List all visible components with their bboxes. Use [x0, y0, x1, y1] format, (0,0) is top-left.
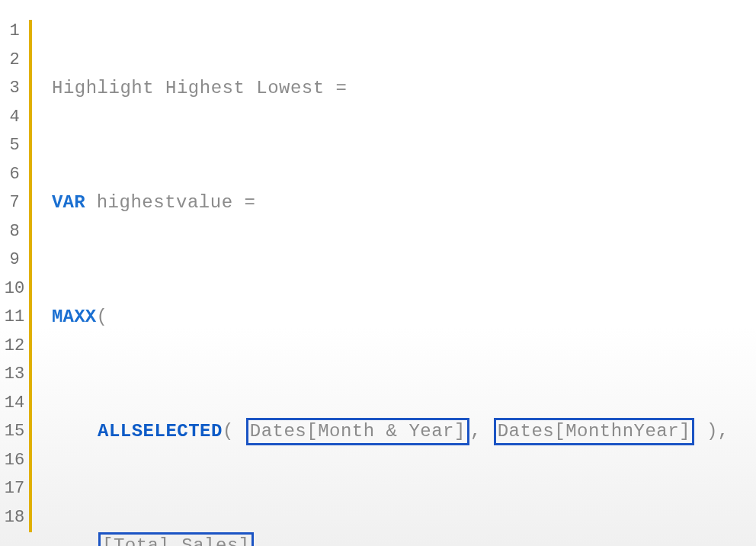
line-number: 1: [0, 17, 29, 46]
comma: ,: [470, 421, 493, 442]
code-line[interactable]: Highlight Highest Lowest =: [52, 74, 756, 103]
paren: (: [223, 421, 245, 442]
keyword-var: VAR: [52, 192, 85, 213]
line-number: 7: [0, 188, 29, 217]
function-maxx: MAXX: [52, 307, 96, 327]
paren-close: ),: [695, 421, 729, 442]
line-number: 10: [0, 275, 29, 304]
line-number-gutter: 1 2 3 4 5 6 7 8 9 10 11 12 13 14 15 16 1…: [0, 0, 29, 546]
line-number: 3: [0, 74, 29, 103]
measure-name: Highlight Highest Lowest =: [52, 78, 347, 98]
line-number: 17: [0, 474, 29, 503]
function-allselected: ALLSELECTED: [98, 421, 223, 442]
line-number: 2: [0, 46, 29, 75]
identifier: highestvalue =: [85, 192, 256, 213]
line-number: 18: [0, 503, 29, 532]
line-number: 8: [0, 217, 29, 246]
code-area[interactable]: Highlight Highest Lowest = VAR highestva…: [32, 0, 756, 546]
column-ref-boxed[interactable]: Dates[MonthnYear]: [494, 418, 694, 445]
line-number: 5: [0, 131, 29, 160]
code-line[interactable]: [Total Sales]: [52, 532, 756, 546]
paren: (: [96, 307, 107, 327]
code-line[interactable]: VAR highestvalue =: [52, 188, 756, 217]
code-line[interactable]: MAXX(: [52, 303, 756, 332]
dax-editor[interactable]: 1 2 3 4 5 6 7 8 9 10 11 12 13 14 15 16 1…: [0, 0, 756, 546]
line-number: 13: [0, 360, 29, 389]
line-number: 15: [0, 417, 29, 446]
measure-ref-boxed[interactable]: [Total Sales]: [98, 532, 254, 546]
line-number: 4: [0, 103, 29, 132]
line-number: 16: [0, 446, 29, 475]
column-ref-boxed[interactable]: Dates[Month & Year]: [246, 418, 469, 445]
line-number: 9: [0, 246, 29, 275]
line-number: 12: [0, 332, 29, 361]
line-number: 6: [0, 160, 29, 189]
line-number: 14: [0, 389, 29, 418]
line-number: 11: [0, 303, 29, 332]
code-line[interactable]: ALLSELECTED( Dates[Month & Year], Dates[…: [52, 417, 756, 446]
